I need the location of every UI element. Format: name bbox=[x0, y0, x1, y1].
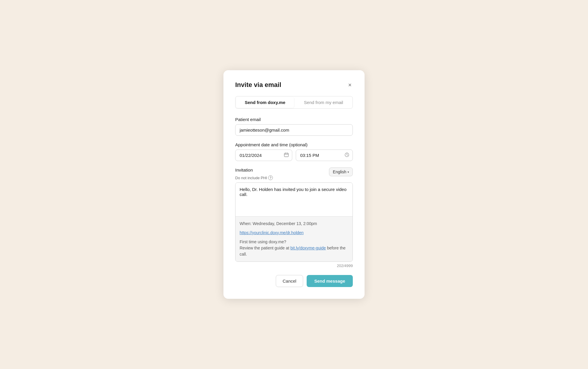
preview-first-time-text: First time using doxy.me? bbox=[240, 239, 286, 244]
phi-note-text: Do not include PHI bbox=[235, 176, 267, 180]
patient-email-input[interactable] bbox=[235, 124, 353, 136]
invitation-label-group: Invitation Do not include PHI ? bbox=[235, 167, 273, 180]
preview-guide: First time using doxy.me? Review the pat… bbox=[240, 239, 348, 257]
time-input[interactable] bbox=[296, 150, 353, 161]
send-message-button[interactable]: Send message bbox=[307, 275, 353, 287]
preview-when: When: Wednesday, December 13, 2:00pm bbox=[240, 221, 348, 227]
actions-row: Cancel Send message bbox=[235, 275, 353, 287]
modal-overlay: Invite via email × Send from doxy.me Sen… bbox=[0, 0, 588, 369]
language-label: English bbox=[333, 170, 346, 174]
appointment-label: Appointment date and time (optional) bbox=[235, 142, 353, 147]
patient-email-label: Patient email bbox=[235, 117, 353, 122]
datetime-row bbox=[235, 150, 353, 161]
date-wrapper bbox=[235, 150, 292, 161]
language-select-button[interactable]: English ▾ bbox=[329, 167, 353, 176]
invitation-label: Invitation bbox=[235, 167, 273, 172]
invitation-preview: When: Wednesday, December 13, 2:00pm htt… bbox=[235, 216, 353, 261]
preview-guide-text: Review the patient guide at bbox=[240, 246, 290, 250]
patient-email-group: Patient email bbox=[235, 117, 353, 136]
invitation-header: Invitation Do not include PHI ? English … bbox=[235, 167, 353, 180]
phi-help-icon[interactable]: ? bbox=[268, 175, 273, 180]
tab-send-from-doxy[interactable]: Send from doxy.me bbox=[236, 97, 294, 108]
invitation-textarea-wrapper: When: Wednesday, December 13, 2:00pm htt… bbox=[235, 182, 353, 262]
invitation-group: Invitation Do not include PHI ? English … bbox=[235, 167, 353, 268]
modal-title: Invite via email bbox=[235, 81, 281, 89]
language-chevron-icon: ▾ bbox=[348, 170, 349, 174]
phi-note: Do not include PHI ? bbox=[235, 175, 273, 180]
appointment-group: Appointment date and time (optional) bbox=[235, 142, 353, 161]
invite-modal: Invite via email × Send from doxy.me Sen… bbox=[223, 70, 365, 299]
time-wrapper bbox=[296, 150, 353, 161]
cancel-button[interactable]: Cancel bbox=[276, 275, 303, 287]
tab-group: Send from doxy.me Send from my email bbox=[235, 96, 353, 109]
preview-link-line: https://yourclinic.doxy.me/dr.holden bbox=[240, 230, 348, 236]
date-input[interactable] bbox=[235, 150, 292, 161]
char-count: 202/4999 bbox=[235, 264, 353, 268]
modal-header: Invite via email × bbox=[235, 81, 353, 89]
close-button[interactable]: × bbox=[347, 81, 353, 89]
preview-link[interactable]: https://yourclinic.doxy.me/dr.holden bbox=[240, 230, 304, 235]
invitation-message-input[interactable] bbox=[235, 183, 353, 215]
preview-guide-link[interactable]: bit.ly/doxyme-guide bbox=[290, 246, 326, 250]
tab-send-from-email[interactable]: Send from my email bbox=[295, 96, 353, 108]
